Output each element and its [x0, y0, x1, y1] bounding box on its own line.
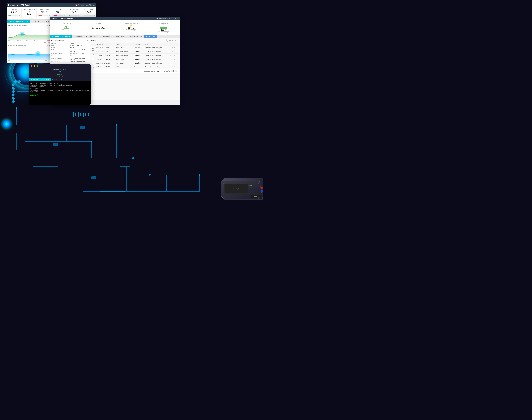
chart-memory-label: Memory percentage tracking	[8, 25, 27, 27]
clock-icon-ppi4x: ⏰	[156, 18, 158, 19]
next-page-button[interactable]: ›	[175, 70, 177, 72]
check-icon-1[interactable]: ✓	[172, 47, 173, 49]
alarm-actions-3: ··· ✓ ✕	[168, 54, 179, 57]
svg-rect-83	[76, 113, 77, 117]
alarm-checkbox-4[interactable]	[91, 57, 95, 61]
metric-device-disk-min: 0	[83, 15, 84, 16]
check-icon-4[interactable]: ✓	[172, 59, 173, 60]
check-icon-6[interactable]: ✓	[172, 66, 173, 68]
close-icon-3[interactable]: ✕	[174, 55, 175, 56]
terminal-body[interactable]: Welcome to Owasys OS remote shell. Curre…	[29, 81, 91, 105]
chart-memory-svg: Aug 13 Aug 19 Aug 25 Aug 31 Sep 5 Sep 11	[8, 27, 50, 41]
svg-rect-81	[73, 112, 74, 117]
terminal-tab-commands[interactable]: COMMANDS	[51, 78, 64, 81]
tab-configuration-ppi4x[interactable]: CONFIGURATION	[126, 35, 144, 38]
maximize-button[interactable]	[37, 65, 38, 67]
close-icon-2[interactable]: ✕	[174, 51, 175, 52]
tab-system-ppi4x[interactable]: SYSTEM	[101, 35, 112, 38]
edit-icon[interactable]: ✏	[87, 40, 88, 42]
tab-connectivity-ppi4x[interactable]: CONNECTIVITY	[84, 35, 101, 38]
prev-page-button[interactable]: ‹	[171, 70, 174, 72]
copy-icon[interactable]: ⊞	[47, 25, 48, 27]
info-val-model: owa4X	[70, 47, 74, 49]
more-icon-4[interactable]: ···	[170, 59, 171, 60]
close-icon-4[interactable]: ✕	[174, 59, 175, 60]
signal-bar-2	[98, 25, 98, 27]
close-icon-6[interactable]: ✕	[174, 66, 175, 68]
alarm-severity-4: Warning	[133, 57, 144, 61]
search-icon[interactable]: 🔍	[165, 39, 168, 42]
metric-board-temp-value: 30.0	[38, 11, 50, 14]
filter-icon[interactable]: ⊟	[169, 39, 171, 42]
table-row: 2023-08-18 13:48:53 CPU Usage Warning Cl…	[91, 65, 179, 69]
info-row-model: Model owa4X	[51, 47, 88, 49]
device-header-battery: charge done 🔋 100 % 62 minutes ago	[148, 22, 180, 33]
check-icon-5[interactable]: ✓	[172, 62, 173, 64]
alarms-col-severity[interactable]: Severity	[133, 43, 144, 46]
orb-small	[2, 120, 11, 128]
info-key-device: Device	[51, 43, 70, 44]
chart-memory-area: Aug 13 Aug 19 Aug 25 Aug 31 Sep 5 Sep 11…	[8, 27, 50, 41]
close-button[interactable]	[31, 65, 32, 67]
alarms-col-created[interactable]: Created time ↑	[95, 43, 115, 46]
more-icon-2[interactable]: ···	[170, 51, 171, 52]
right-panel-ppi4x: Alarms 🔍 ⊟ ⬇ ⊞ ⤢ Created time ↑ Type Sev…	[90, 38, 180, 100]
more-icon-3[interactable]: ···	[170, 55, 171, 56]
tab-general-a12y76[interactable]: GENERAL	[30, 20, 42, 23]
metric-bootfs-fill	[54, 15, 57, 16]
alarms-col-status[interactable]: Status	[144, 43, 168, 46]
tab-general-ppi4x[interactable]: GENERAL	[72, 35, 84, 38]
alarm-checkbox-6[interactable]	[91, 65, 95, 69]
tab-device-label-ppi4x[interactable]: ✓ Device Label: PPI-4x	[50, 35, 72, 38]
more-icon-5[interactable]: ···	[170, 62, 171, 64]
check-icon-3[interactable]: ✓	[172, 55, 173, 56]
copy-icon-alarms[interactable]: ⊞	[174, 39, 176, 42]
more-icon-1[interactable]: ···	[170, 47, 171, 49]
realtime-text-ppi4x: Realtime - last 30 days	[159, 18, 176, 19]
info-key-other-install: Other Installation date	[51, 61, 70, 63]
tab-commands-ppi4x[interactable]: COMMANDS	[112, 35, 126, 38]
more-icon-6[interactable]: ···	[170, 66, 171, 68]
terminal-tab-device-label[interactable]: ✓ Device Label: A12Y76	[29, 78, 51, 81]
clock-icon: ⏰	[75, 4, 77, 6]
device-status-sub: 7 hours ago	[51, 29, 81, 31]
svg-rect-126	[255, 196, 256, 197]
svg-point-139	[261, 190, 263, 192]
alarm-created-3: 2023-08-28 10:19:03	[95, 54, 115, 57]
svg-marker-59	[12, 100, 15, 103]
expand-window-icon[interactable]: ⤢	[177, 18, 178, 19]
svg-point-135	[258, 197, 259, 198]
svg-point-28	[149, 174, 150, 176]
close-icon-1[interactable]: ✕	[174, 47, 175, 49]
svg-point-105	[37, 53, 39, 55]
alarm-checkbox-3[interactable]	[91, 54, 95, 57]
alarms-col-type[interactable]: Type	[115, 43, 133, 46]
metric-data-disk-value: 5.4	[68, 11, 80, 14]
download-icon[interactable]: ⬇	[172, 39, 173, 42]
tab-device-label-a12y76[interactable]: ✓ Device Label: A12Y76	[7, 20, 30, 23]
alarm-created-2: 2023-08-28 11:19:01	[95, 50, 115, 54]
terminal-line-2: Current target device for RPC terminal: …	[30, 84, 89, 86]
alarm-checkbox-2[interactable]	[91, 50, 95, 54]
svg-rect-90	[88, 114, 89, 116]
chart-memory: Memory percentage tracking ⊞ ⤢	[7, 23, 52, 43]
minimize-button[interactable]	[34, 65, 35, 67]
tab-devices-ppi4x[interactable]: ✦ DEVICES	[144, 35, 157, 38]
alarm-checkbox-1[interactable]	[91, 46, 95, 50]
copy-icon-3[interactable]: ⊞	[47, 45, 48, 46]
svg-point-133	[258, 182, 259, 183]
expand-icon-alarms[interactable]: ⤢	[177, 39, 179, 42]
terminal-prompt: A12Y76:/$	[30, 94, 89, 96]
info-val-other-install: 2023-08-28T08:22:15Z	[70, 61, 85, 63]
check-icon-2[interactable]: ✓	[172, 51, 173, 52]
svg-rect-87	[83, 113, 84, 117]
alarm-checkbox-5[interactable]	[91, 61, 95, 65]
device-header-signal: 4G (LTE) Unknown dBm	[82, 22, 115, 33]
items-per-page-select[interactable]: 10	[156, 70, 162, 72]
metric-board-temp-label: BOARD TEMP (°)	[38, 9, 50, 10]
device-power-value: 11.74 V	[116, 27, 146, 29]
close-icon-5[interactable]: ✕	[174, 62, 175, 64]
metric-device-disk-label: DEVICE DISK	[83, 9, 95, 10]
svg-text:Aug 13: Aug 13	[8, 60, 12, 61]
alarm-action-icons-1: ··· ✓ ✕	[170, 47, 178, 49]
